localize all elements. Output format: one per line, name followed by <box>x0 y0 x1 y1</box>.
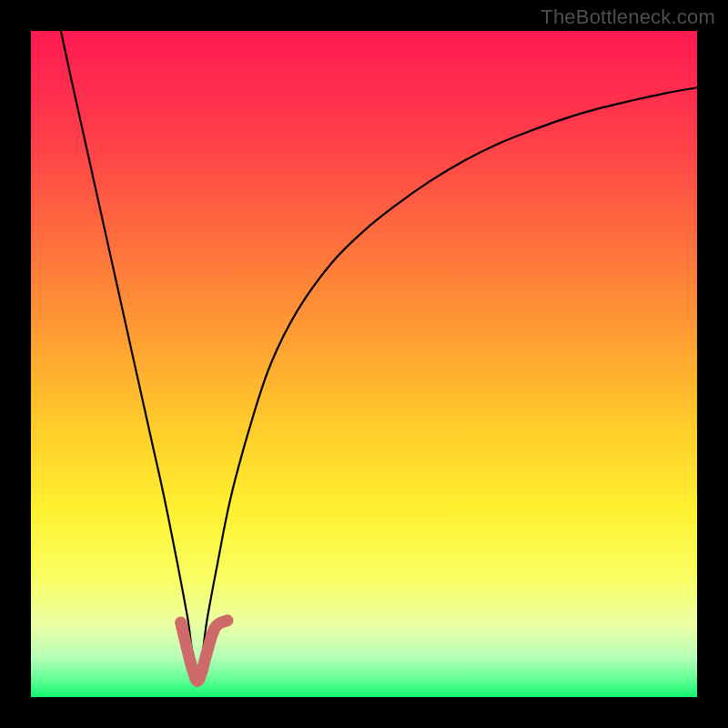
bottleneck-chart <box>0 0 728 728</box>
watermark-text: TheBottleneck.com <box>541 5 715 29</box>
chart-frame: TheBottleneck.com <box>0 0 728 728</box>
plot-background <box>31 31 697 697</box>
